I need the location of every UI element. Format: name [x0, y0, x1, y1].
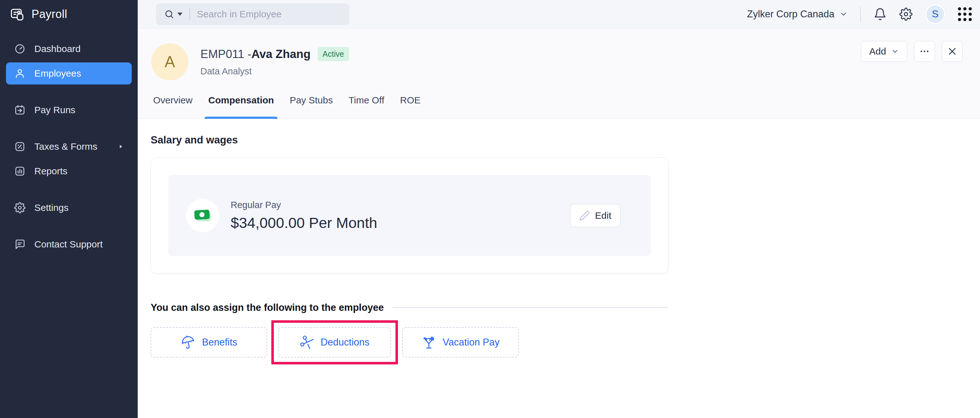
status-badge: Active [318, 47, 349, 61]
edit-button-label: Edit [595, 210, 611, 221]
tab-time-off[interactable]: Time Off [348, 94, 384, 119]
employee-code: EMP011 - [200, 48, 251, 61]
sidebar-item-label: Reports [34, 166, 67, 177]
deductions-label: Deductions [320, 337, 369, 348]
payroll-logo-icon [10, 7, 25, 21]
sidebar-item-contact-support[interactable]: Contact Support [6, 233, 132, 255]
search-icon [164, 9, 174, 19]
topbar: Zylker Corp Canada S [138, 0, 980, 29]
assign-divider-line [393, 307, 668, 308]
section-title: Salary and wages [151, 134, 980, 146]
chat-bubble-icon [14, 239, 25, 250]
tab-compensation[interactable]: Compensation [208, 94, 274, 119]
benefits-label: Benefits [202, 337, 237, 348]
sidebar-item-pay-runs[interactable]: Pay Runs [6, 99, 132, 121]
user-avatar-initial: S [932, 8, 939, 20]
header-actions: Add [861, 41, 963, 62]
chevron-down-icon [891, 48, 899, 55]
org-name: Zylker Corp Canada [747, 8, 834, 20]
bar-chart-icon [14, 166, 25, 177]
scissors-icon [300, 335, 314, 349]
umbrella-icon [181, 335, 196, 350]
user-avatar[interactable]: S [925, 4, 945, 24]
main-area: Zylker Corp Canada S [138, 0, 980, 418]
sidebar-item-employees[interactable]: Employees [6, 62, 132, 85]
employee-header: A EMP011 - Ava Zhang Active Data Analyst… [138, 29, 980, 119]
sidebar-item-label: Dashboard [34, 43, 81, 54]
nav-spacer [0, 183, 138, 195]
topbar-right: Zylker Corp Canada S [747, 4, 972, 24]
sidebar-item-label: Settings [34, 203, 68, 213]
app-logo[interactable]: Payroll [0, 0, 138, 29]
user-icon [14, 68, 25, 79]
search-divider [189, 8, 190, 20]
content: Salary and wages Regular Pay $34,000.00 … [138, 119, 980, 418]
edit-button[interactable]: Edit [570, 204, 620, 227]
cocktail-icon [421, 335, 436, 350]
org-switcher[interactable]: Zylker Corp Canada [747, 8, 848, 20]
money-icon [186, 199, 219, 232]
nav-spacer [0, 86, 138, 98]
employee-info: EMP011 - Ava Zhang Active Data Analyst [200, 47, 349, 77]
sidebar-nav: Dashboard Employees Pay Runs [0, 29, 138, 257]
regular-pay-panel: Regular Pay $34,000.00 Per Month Edit [168, 175, 651, 256]
salary-card: Regular Pay $34,000.00 Per Month Edit [151, 157, 668, 274]
sidebar: Payroll Dashboard Employees [0, 0, 138, 418]
gauge-icon [14, 43, 25, 54]
chevron-down-icon [840, 10, 848, 18]
topbar-divider [860, 6, 861, 22]
deductions-highlight-box: Deductions [271, 320, 398, 364]
pay-info: Regular Pay $34,000.00 Per Month [231, 200, 377, 231]
gear-icon [14, 202, 25, 214]
benefits-button[interactable]: Benefits [151, 327, 267, 357]
tab-pay-stubs[interactable]: Pay Stubs [290, 94, 333, 119]
add-button-label: Add [869, 46, 886, 57]
percent-box-icon [14, 141, 25, 152]
assign-section-title: You can also assign the following to the… [151, 302, 384, 313]
vacation-pay-label: Vacation Pay [443, 337, 500, 348]
ellipsis-icon [919, 46, 930, 57]
sidebar-item-dashboard[interactable]: Dashboard [6, 38, 132, 60]
tab-overview[interactable]: Overview [153, 94, 192, 119]
close-button[interactable] [942, 41, 963, 62]
assign-options-row: Benefits Deductions [151, 320, 980, 364]
employee-avatar: A [151, 43, 188, 80]
search-scope-caret-icon[interactable] [177, 13, 183, 16]
pay-type-label: Regular Pay [231, 200, 377, 210]
employee-avatar-letter: A [164, 53, 175, 71]
search-box[interactable] [156, 3, 349, 25]
nav-spacer [0, 122, 138, 134]
chevron-right-icon [117, 143, 124, 150]
close-icon [947, 46, 957, 56]
search-input[interactable] [197, 9, 349, 19]
bell-icon[interactable] [873, 8, 887, 21]
vacation-pay-button[interactable]: Vacation Pay [402, 327, 519, 357]
tab-roe[interactable]: ROE [400, 94, 421, 119]
sidebar-item-settings[interactable]: Settings [6, 197, 132, 219]
calendar-arrow-icon [14, 104, 25, 116]
tab-bar: Overview Compensation Pay Stubs Time Off… [153, 94, 963, 119]
sidebar-item-taxes-forms[interactable]: Taxes & Forms [6, 136, 132, 158]
more-button[interactable] [914, 41, 935, 62]
gear-icon[interactable] [899, 8, 913, 21]
sidebar-item-label: Contact Support [34, 239, 103, 250]
app-title: Payroll [32, 8, 67, 21]
sidebar-item-label: Taxes & Forms [34, 141, 97, 152]
employee-name: Ava Zhang [251, 48, 311, 61]
apps-grid-icon[interactable] [958, 7, 972, 21]
nav-spacer [0, 220, 138, 232]
sidebar-item-label: Pay Runs [34, 105, 75, 115]
pencil-icon [579, 210, 590, 221]
sidebar-item-label: Employees [34, 68, 81, 79]
employee-role: Data Analyst [200, 66, 349, 77]
sidebar-item-reports[interactable]: Reports [6, 160, 132, 182]
deductions-button[interactable]: Deductions [278, 327, 391, 357]
add-button[interactable]: Add [861, 41, 907, 62]
pay-amount: $34,000.00 Per Month [231, 214, 377, 231]
assign-section-header: You can also assign the following to the… [151, 302, 668, 313]
